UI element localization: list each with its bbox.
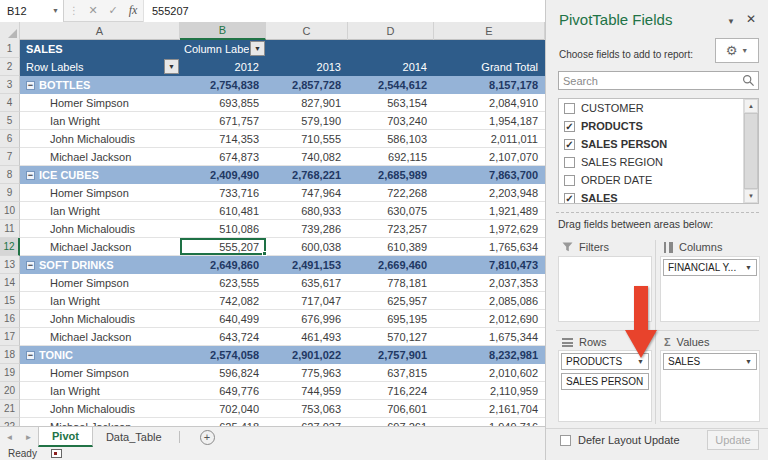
row-number[interactable]: 3 xyxy=(0,76,20,94)
value-cell[interactable]: 827,901 xyxy=(266,94,348,112)
name-box-caret-icon[interactable]: ▼ xyxy=(52,7,59,14)
value-cell[interactable]: 2,010,602 xyxy=(434,364,545,382)
salesperson-cell[interactable]: Homer Simpson xyxy=(20,94,180,112)
value-cell[interactable]: 2,491,153 xyxy=(266,256,348,274)
row-number[interactable]: 4 xyxy=(0,94,20,112)
salesperson-cell[interactable]: Homer Simpson xyxy=(20,274,180,292)
value-cell[interactable]: 627,037 xyxy=(266,418,348,426)
field-checkbox[interactable]: ✓ xyxy=(564,139,575,150)
field-list-scrollbar[interactable]: ▲ ▼ xyxy=(743,99,758,203)
row-labels-filter-icon[interactable]: ▼ xyxy=(164,59,179,74)
pill-caret-icon[interactable]: ▼ xyxy=(745,358,752,365)
pill-caret-icon[interactable]: ▼ xyxy=(637,358,644,365)
field-pill-products[interactable]: PRODUCTS▼ xyxy=(561,353,649,370)
value-cell[interactable]: 649,776 xyxy=(180,382,266,400)
value-cell[interactable]: 2,161,704 xyxy=(434,400,545,418)
value-cell[interactable]: 1,921,489 xyxy=(434,202,545,220)
row-number[interactable]: 2 xyxy=(0,58,20,76)
field-item-sales[interactable]: ✓SALES xyxy=(559,189,743,204)
tools-button[interactable]: ⚙ ▼ xyxy=(715,38,759,63)
value-cell[interactable]: 7,863,700 xyxy=(434,166,545,184)
scroll-thumb[interactable] xyxy=(744,113,758,189)
value-cell[interactable]: 623,555 xyxy=(180,274,266,292)
field-pill-financial-y-[interactable]: FINANCIAL Y...▼ xyxy=(663,259,757,276)
value-cell[interactable]: 630,075 xyxy=(348,202,434,220)
value-cell[interactable]: 635,617 xyxy=(266,274,348,292)
sheet-tab-pivot[interactable]: Pivot xyxy=(38,427,93,447)
pane-close-icon[interactable]: ✕ xyxy=(746,12,756,26)
row-number[interactable]: 1 xyxy=(0,40,20,58)
year-header-cell[interactable]: 2013 xyxy=(266,58,348,76)
collapse-icon[interactable]: − xyxy=(26,81,35,90)
insert-function-icon[interactable]: fx xyxy=(123,3,143,18)
value-cell[interactable]: 2,203,948 xyxy=(434,184,545,202)
field-pill-sales-person[interactable]: SALES PERSON▼ xyxy=(561,373,649,390)
row-number[interactable]: 19 xyxy=(0,364,20,382)
value-cell[interactable]: 722,268 xyxy=(348,184,434,202)
value-cell[interactable]: 1,954,187 xyxy=(434,112,545,130)
value-cell[interactable]: 8,232,981 xyxy=(434,346,545,364)
value-cell[interactable]: 2,037,353 xyxy=(434,274,545,292)
value-cell[interactable]: 1,972,629 xyxy=(434,220,545,238)
value-cell[interactable]: 723,257 xyxy=(348,220,434,238)
value-cell[interactable]: 717,047 xyxy=(266,292,348,310)
value-cell[interactable]: 637,815 xyxy=(348,364,434,382)
cancel-formula-icon[interactable]: ✕ xyxy=(83,4,103,17)
column-header-D[interactable]: D xyxy=(348,22,434,40)
sheet-tab-data-table[interactable]: Data_Table xyxy=(93,427,175,447)
value-cell[interactable]: 1,949,716 xyxy=(434,418,545,426)
row-number[interactable]: 15 xyxy=(0,292,20,310)
value-cell[interactable]: 680,933 xyxy=(266,202,348,220)
value-cell[interactable]: 2,107,070 xyxy=(434,148,545,166)
year-header-cell[interactable]: 2012 xyxy=(180,58,266,76)
value-cell[interactable]: 2,011,011 xyxy=(434,130,545,148)
value-cell[interactable]: 747,964 xyxy=(266,184,348,202)
tab-scroll-right-icon[interactable]: ► xyxy=(19,427,38,447)
value-cell[interactable]: 753,063 xyxy=(266,400,348,418)
value-cell[interactable]: 8,157,178 xyxy=(434,76,545,94)
value-cell[interactable]: 744,959 xyxy=(266,382,348,400)
value-cell[interactable]: 2,857,728 xyxy=(266,76,348,94)
year-header-cell[interactable]: 2014 xyxy=(348,58,434,76)
scroll-down-icon[interactable]: ▼ xyxy=(744,189,758,203)
value-cell[interactable]: 778,181 xyxy=(348,274,434,292)
value-cell[interactable]: 676,996 xyxy=(266,310,348,328)
value-cell[interactable]: 640,499 xyxy=(180,310,266,328)
field-checkbox[interactable]: ✓ xyxy=(564,193,575,204)
value-cell[interactable]: 692,115 xyxy=(348,148,434,166)
row-number[interactable]: 18 xyxy=(0,346,20,364)
category-cell[interactable]: −ICE CUBES xyxy=(20,166,180,184)
salesperson-cell[interactable]: Ian Wright xyxy=(20,202,180,220)
value-cell[interactable]: 714,353 xyxy=(180,130,266,148)
update-button[interactable]: Update xyxy=(707,430,759,450)
salesperson-cell[interactable]: Michael Jackson xyxy=(20,418,180,426)
fill-handle[interactable] xyxy=(262,251,267,256)
row-number[interactable]: 16 xyxy=(0,310,20,328)
salesperson-cell[interactable]: John Michaloudis xyxy=(20,400,180,418)
value-cell[interactable]: 461,493 xyxy=(266,328,348,346)
column-header-E[interactable]: E xyxy=(434,22,545,40)
row-number[interactable]: 8 xyxy=(0,166,20,184)
values-area-box[interactable]: SALES▼ xyxy=(660,350,760,422)
salesperson-cell[interactable]: John Michaloudis xyxy=(20,130,180,148)
pill-caret-icon[interactable]: ▼ xyxy=(745,264,752,271)
value-cell[interactable]: 1,675,344 xyxy=(434,328,545,346)
category-cell[interactable]: −SOFT DRINKS xyxy=(20,256,180,274)
salesperson-cell[interactable]: Homer Simpson xyxy=(20,184,180,202)
value-cell[interactable]: 2,084,910 xyxy=(434,94,545,112)
macro-record-icon[interactable] xyxy=(51,449,62,458)
value-cell[interactable]: 2,409,490 xyxy=(180,166,266,184)
pill-caret-icon[interactable]: ▼ xyxy=(647,378,649,385)
column-header-A[interactable]: A xyxy=(20,22,180,40)
salesperson-cell[interactable]: John Michaloudis xyxy=(20,220,180,238)
defer-checkbox[interactable] xyxy=(560,435,571,446)
value-cell[interactable]: 610,481 xyxy=(180,202,266,220)
value-cell[interactable]: 2,757,901 xyxy=(348,346,434,364)
field-checkbox[interactable]: ✓ xyxy=(564,121,575,132)
row-number[interactable]: 13 xyxy=(0,256,20,274)
salesperson-cell[interactable]: Ian Wright xyxy=(20,112,180,130)
value-cell[interactable]: 702,040 xyxy=(180,400,266,418)
column-header-B[interactable]: B xyxy=(180,22,266,40)
field-item-order-date[interactable]: ORDER DATE xyxy=(559,171,743,189)
scroll-up-icon[interactable]: ▲ xyxy=(744,99,758,113)
